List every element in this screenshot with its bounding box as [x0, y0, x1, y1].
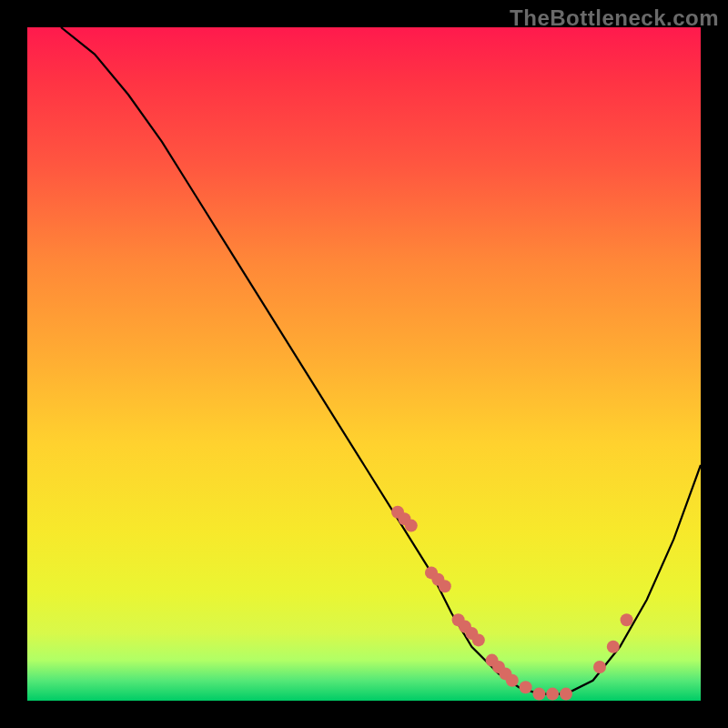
highlight-dot: [607, 641, 620, 653]
highlight-dot: [593, 661, 606, 673]
highlight-dot: [439, 580, 451, 592]
highlight-dot: [621, 613, 633, 626]
highlight-dots: [391, 506, 633, 701]
plot-area: [27, 27, 701, 701]
highlight-dot: [532, 688, 545, 701]
highlight-dot: [506, 674, 519, 687]
bottleneck-curve: [61, 27, 701, 694]
highlight-dot: [472, 633, 485, 646]
chart-svg: [27, 27, 701, 701]
highlight-dot: [546, 688, 559, 701]
highlight-dot: [560, 688, 572, 701]
highlight-dot: [520, 681, 532, 693]
highlight-dot: [405, 520, 418, 532]
